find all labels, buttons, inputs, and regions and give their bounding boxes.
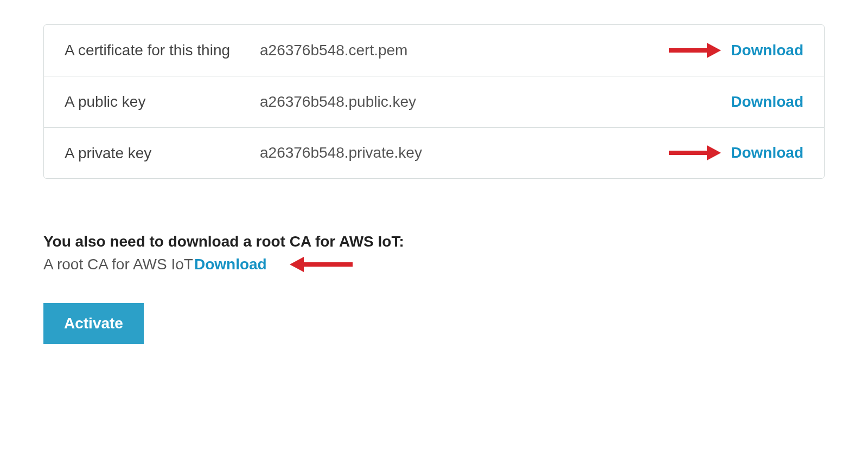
activate-button[interactable]: Activate	[43, 303, 144, 344]
download-link-public[interactable]: Download	[731, 93, 803, 110]
table-row: A certificate for this thing a26376b548.…	[44, 25, 824, 76]
arrow-right-icon	[668, 144, 722, 161]
private-key-action-cell: Download	[668, 144, 803, 161]
private-key-label: A private key	[65, 143, 260, 164]
private-key-filename: a26376b548.private.key	[260, 144, 668, 161]
cert-filename: a26376b548.cert.pem	[260, 42, 668, 59]
table-row: A private key a26376b548.private.key Dow…	[44, 128, 824, 179]
arrow-right-icon	[668, 42, 722, 59]
svg-marker-4	[290, 257, 304, 272]
arrow-left-icon	[289, 256, 354, 273]
svg-marker-3	[707, 145, 721, 160]
root-ca-text: A root CA for AWS IoT	[43, 256, 193, 273]
certificate-table: A certificate for this thing a26376b548.…	[43, 24, 825, 179]
public-key-filename: a26376b548.public.key	[260, 93, 668, 111]
root-ca-line: A root CA for AWS IoT Download	[43, 256, 825, 273]
root-ca-section: You also need to download a root CA for …	[43, 233, 825, 273]
cert-action-cell: Download	[668, 42, 803, 59]
public-key-label: A public key	[65, 92, 260, 112]
public-key-action-cell: Download	[668, 93, 803, 111]
svg-marker-1	[707, 43, 721, 58]
cert-label: A certificate for this thing	[65, 40, 260, 61]
table-row: A public key a26376b548.public.key Downl…	[44, 76, 824, 128]
root-ca-heading: You also need to download a root CA for …	[43, 233, 825, 250]
download-link-private[interactable]: Download	[731, 144, 803, 161]
download-link-cert[interactable]: Download	[731, 42, 803, 59]
download-link-root-ca[interactable]: Download	[194, 256, 267, 273]
